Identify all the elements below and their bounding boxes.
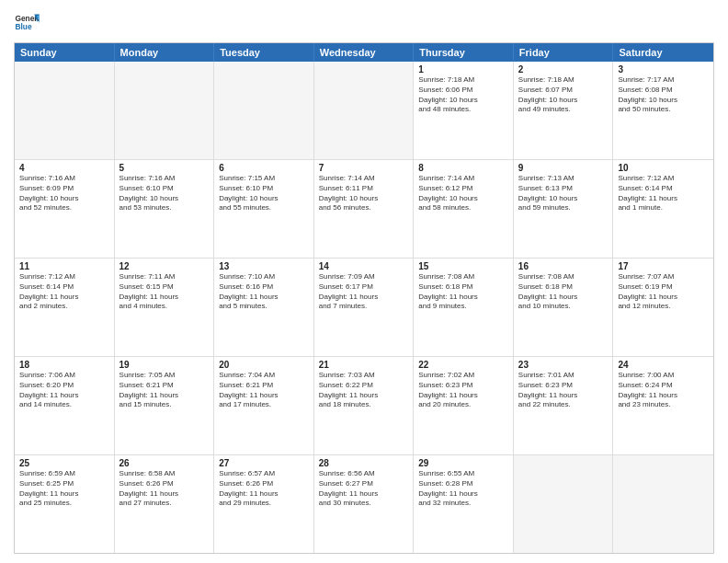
day-number: 3 bbox=[618, 64, 709, 75]
weekday-header: Tuesday bbox=[214, 43, 314, 62]
day-info: Sunrise: 7:17 AM Sunset: 6:08 PM Dayligh… bbox=[618, 75, 709, 115]
calendar-row: 11Sunrise: 7:12 AM Sunset: 6:14 PM Dayli… bbox=[15, 259, 713, 357]
day-number: 28 bbox=[319, 458, 409, 468]
calendar-body: 1Sunrise: 7:18 AM Sunset: 6:06 PM Daylig… bbox=[15, 62, 713, 553]
calendar-cell: 29Sunrise: 6:55 AM Sunset: 6:28 PM Dayli… bbox=[414, 455, 514, 553]
calendar-row: 25Sunrise: 6:59 AM Sunset: 6:25 PM Dayli… bbox=[15, 455, 713, 553]
day-info: Sunrise: 7:00 AM Sunset: 6:24 PM Dayligh… bbox=[618, 371, 709, 410]
calendar-cell: 17Sunrise: 7:07 AM Sunset: 6:19 PM Dayli… bbox=[613, 259, 713, 356]
day-number: 21 bbox=[319, 360, 409, 370]
calendar-cell: 26Sunrise: 6:58 AM Sunset: 6:26 PM Dayli… bbox=[115, 455, 215, 553]
calendar-cell: 21Sunrise: 7:03 AM Sunset: 6:22 PM Dayli… bbox=[314, 357, 415, 454]
day-info: Sunrise: 7:01 AM Sunset: 6:23 PM Dayligh… bbox=[518, 371, 609, 410]
calendar-cell: 23Sunrise: 7:01 AM Sunset: 6:23 PM Dayli… bbox=[514, 357, 614, 454]
calendar-cell: 12Sunrise: 7:11 AM Sunset: 6:15 PM Dayli… bbox=[115, 259, 215, 356]
calendar-cell: 25Sunrise: 6:59 AM Sunset: 6:25 PM Dayli… bbox=[15, 455, 115, 553]
calendar-cell: 4Sunrise: 7:16 AM Sunset: 6:09 PM Daylig… bbox=[15, 160, 115, 258]
day-info: Sunrise: 7:08 AM Sunset: 6:18 PM Dayligh… bbox=[418, 272, 508, 312]
weekday-header: Monday bbox=[115, 43, 215, 62]
day-number: 4 bbox=[19, 163, 109, 173]
day-info: Sunrise: 6:55 AM Sunset: 6:28 PM Dayligh… bbox=[418, 469, 508, 509]
day-info: Sunrise: 7:09 AM Sunset: 6:17 PM Dayligh… bbox=[319, 272, 409, 312]
day-info: Sunrise: 7:15 AM Sunset: 6:10 PM Dayligh… bbox=[219, 174, 309, 213]
calendar-cell bbox=[314, 62, 415, 159]
calendar-row: 18Sunrise: 7:06 AM Sunset: 6:20 PM Dayli… bbox=[15, 357, 713, 455]
logo: General Blue bbox=[14, 9, 43, 35]
day-info: Sunrise: 7:06 AM Sunset: 6:20 PM Dayligh… bbox=[19, 371, 109, 410]
calendar-cell: 11Sunrise: 7:12 AM Sunset: 6:14 PM Dayli… bbox=[15, 259, 115, 356]
calendar-cell: 15Sunrise: 7:08 AM Sunset: 6:18 PM Dayli… bbox=[414, 259, 514, 356]
day-number: 25 bbox=[19, 458, 109, 468]
calendar-cell bbox=[115, 62, 215, 159]
day-number: 20 bbox=[219, 360, 309, 370]
calendar-cell bbox=[15, 62, 115, 159]
calendar-cell: 7Sunrise: 7:14 AM Sunset: 6:11 PM Daylig… bbox=[314, 160, 415, 258]
day-info: Sunrise: 7:16 AM Sunset: 6:10 PM Dayligh… bbox=[119, 174, 210, 213]
day-info: Sunrise: 7:02 AM Sunset: 6:23 PM Dayligh… bbox=[418, 371, 508, 410]
day-number: 12 bbox=[119, 261, 210, 271]
day-info: Sunrise: 7:14 AM Sunset: 6:11 PM Dayligh… bbox=[319, 174, 409, 213]
day-info: Sunrise: 7:10 AM Sunset: 6:16 PM Dayligh… bbox=[219, 272, 309, 312]
calendar-cell bbox=[514, 455, 614, 553]
calendar-cell: 27Sunrise: 6:57 AM Sunset: 6:26 PM Dayli… bbox=[214, 455, 314, 553]
calendar-cell: 10Sunrise: 7:12 AM Sunset: 6:14 PM Dayli… bbox=[613, 160, 713, 258]
day-info: Sunrise: 7:18 AM Sunset: 6:06 PM Dayligh… bbox=[418, 75, 508, 115]
calendar-cell: 1Sunrise: 7:18 AM Sunset: 6:06 PM Daylig… bbox=[414, 62, 514, 159]
weekday-header: Sunday bbox=[15, 43, 115, 62]
svg-text:Blue: Blue bbox=[15, 22, 31, 31]
calendar-cell: 6Sunrise: 7:15 AM Sunset: 6:10 PM Daylig… bbox=[214, 160, 314, 258]
day-info: Sunrise: 7:11 AM Sunset: 6:15 PM Dayligh… bbox=[119, 272, 210, 312]
day-info: Sunrise: 7:05 AM Sunset: 6:21 PM Dayligh… bbox=[119, 371, 210, 410]
weekday-header: Saturday bbox=[613, 43, 713, 62]
day-number: 29 bbox=[418, 458, 508, 468]
calendar-row: 1Sunrise: 7:18 AM Sunset: 6:06 PM Daylig… bbox=[15, 62, 713, 160]
day-number: 26 bbox=[119, 458, 210, 468]
weekday-header: Wednesday bbox=[314, 43, 415, 62]
day-info: Sunrise: 6:57 AM Sunset: 6:26 PM Dayligh… bbox=[219, 469, 309, 509]
day-info: Sunrise: 7:12 AM Sunset: 6:14 PM Dayligh… bbox=[19, 272, 109, 312]
calendar-cell bbox=[613, 455, 713, 553]
calendar-cell: 19Sunrise: 7:05 AM Sunset: 6:21 PM Dayli… bbox=[115, 357, 215, 454]
logo-icon: General Blue bbox=[14, 9, 40, 35]
calendar-cell: 20Sunrise: 7:04 AM Sunset: 6:21 PM Dayli… bbox=[214, 357, 314, 454]
day-number: 1 bbox=[418, 64, 508, 75]
day-number: 13 bbox=[219, 261, 309, 271]
calendar-cell: 8Sunrise: 7:14 AM Sunset: 6:12 PM Daylig… bbox=[414, 160, 514, 258]
calendar-cell: 24Sunrise: 7:00 AM Sunset: 6:24 PM Dayli… bbox=[613, 357, 713, 454]
calendar-cell bbox=[214, 62, 314, 159]
day-number: 22 bbox=[418, 360, 508, 370]
day-number: 17 bbox=[618, 261, 709, 271]
day-number: 23 bbox=[518, 360, 609, 370]
day-info: Sunrise: 6:58 AM Sunset: 6:26 PM Dayligh… bbox=[119, 469, 210, 509]
calendar-cell: 16Sunrise: 7:08 AM Sunset: 6:18 PM Dayli… bbox=[514, 259, 614, 356]
calendar-cell: 14Sunrise: 7:09 AM Sunset: 6:17 PM Dayli… bbox=[314, 259, 415, 356]
day-info: Sunrise: 7:07 AM Sunset: 6:19 PM Dayligh… bbox=[618, 272, 709, 312]
calendar-cell: 5Sunrise: 7:16 AM Sunset: 6:10 PM Daylig… bbox=[115, 160, 215, 258]
day-number: 9 bbox=[518, 163, 609, 173]
day-number: 24 bbox=[618, 360, 709, 370]
day-number: 15 bbox=[418, 261, 508, 271]
day-info: Sunrise: 7:08 AM Sunset: 6:18 PM Dayligh… bbox=[518, 272, 609, 312]
calendar-cell: 22Sunrise: 7:02 AM Sunset: 6:23 PM Dayli… bbox=[414, 357, 514, 454]
day-info: Sunrise: 7:03 AM Sunset: 6:22 PM Dayligh… bbox=[319, 371, 409, 410]
day-number: 5 bbox=[119, 163, 210, 173]
day-number: 18 bbox=[19, 360, 109, 370]
calendar-header: SundayMondayTuesdayWednesdayThursdayFrid… bbox=[15, 43, 713, 62]
day-number: 6 bbox=[219, 163, 309, 173]
calendar-cell: 18Sunrise: 7:06 AM Sunset: 6:20 PM Dayli… bbox=[15, 357, 115, 454]
calendar-cell: 2Sunrise: 7:18 AM Sunset: 6:07 PM Daylig… bbox=[514, 62, 614, 159]
day-info: Sunrise: 7:16 AM Sunset: 6:09 PM Dayligh… bbox=[19, 174, 109, 213]
calendar-cell: 9Sunrise: 7:13 AM Sunset: 6:13 PM Daylig… bbox=[514, 160, 614, 258]
day-info: Sunrise: 7:14 AM Sunset: 6:12 PM Dayligh… bbox=[418, 174, 508, 213]
calendar: SundayMondayTuesdayWednesdayThursdayFrid… bbox=[14, 42, 714, 554]
day-number: 8 bbox=[418, 163, 508, 173]
day-number: 10 bbox=[618, 163, 709, 173]
day-number: 27 bbox=[219, 458, 309, 468]
day-number: 7 bbox=[319, 163, 409, 173]
calendar-cell: 28Sunrise: 6:56 AM Sunset: 6:27 PM Dayli… bbox=[314, 455, 415, 553]
day-number: 16 bbox=[518, 261, 609, 271]
page: General Blue SundayMondayTuesdayWednesda… bbox=[0, 0, 728, 563]
day-info: Sunrise: 6:59 AM Sunset: 6:25 PM Dayligh… bbox=[19, 469, 109, 509]
weekday-header: Thursday bbox=[414, 43, 514, 62]
calendar-row: 4Sunrise: 7:16 AM Sunset: 6:09 PM Daylig… bbox=[15, 160, 713, 259]
